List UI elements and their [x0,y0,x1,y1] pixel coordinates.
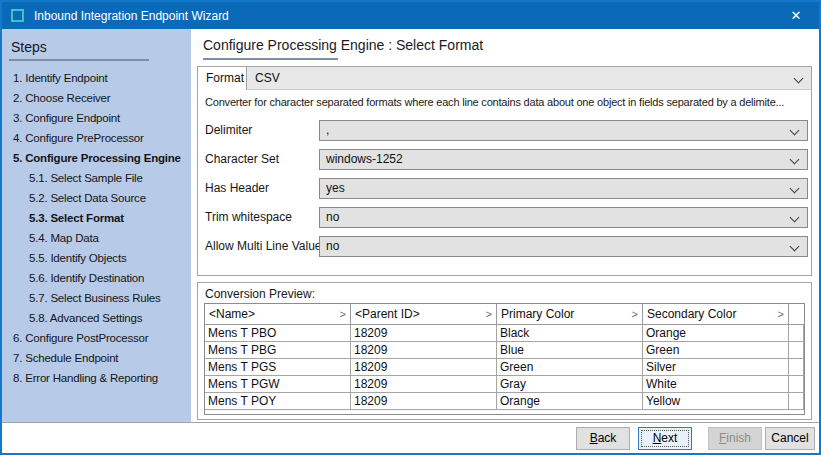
table-header-row: <Name> <Parent ID> Primary Color Seconda… [205,304,804,325]
step-item-advanced-settings: 5.8. Advanced Settings [2,308,191,328]
cell-parent-id: 18209 [351,342,497,358]
wizard-window: Inbound Integration Endpoint Wizard Step… [0,0,821,455]
chevron-right-icon [340,304,346,324]
has-header-label: Has Header [205,178,269,199]
chevron-down-icon [790,155,800,165]
cell-name: Mens T PBG [205,342,351,358]
step-item-schedule-endpoint: 7. Schedule Endpoint [2,348,191,368]
back-button[interactable]: Back [576,427,630,450]
cell-filler [789,325,804,341]
close-button[interactable] [773,2,819,29]
page-title-rule [203,58,338,60]
step-item-identify-objects: 5.5. Identify Objects [2,248,191,268]
format-groupbox: Format CSV Converter for character separ… [197,66,812,276]
chevron-down-icon [790,242,800,252]
step-item-choose-receiver: 2. Choose Receiver [2,88,191,108]
steps-list: 1. Identify Endpoint 2. Choose Receiver … [2,68,191,388]
page-title: Configure Processing Engine : Select For… [203,37,483,53]
format-description: Converter for character separated format… [205,96,806,108]
close-icon [791,9,802,22]
chevron-down-icon [790,213,800,223]
trim-whitespace-label: Trim whitespace [205,207,292,228]
title-bar: Inbound Integration Endpoint Wizard [2,2,819,29]
cell-filler [789,342,804,358]
column-header-secondary-color[interactable]: Secondary Color [643,304,789,324]
allow-multiline-select[interactable]: no [319,236,808,257]
cell-primary-color: Orange [497,393,643,409]
chevron-right-icon [486,304,492,324]
cell-primary-color: Blue [497,342,643,358]
table-row: Mens T PBO 18209 Black Orange [205,325,804,342]
cell-secondary-color: White [643,376,789,392]
column-header-name[interactable]: <Name> [205,304,351,324]
column-header-parent-id[interactable]: <Parent ID> [351,304,497,324]
cell-filler [789,393,804,409]
app-icon [11,9,24,22]
step-item-select-data-source: 5.2. Select Data Source [2,188,191,208]
cell-name: Mens T PGW [205,376,351,392]
cell-name: Mens T PGS [205,359,351,375]
next-button[interactable]: Next [638,427,692,450]
cell-primary-color: Black [497,325,643,341]
table-row: Mens T POY 18209 Orange Yellow [205,393,804,410]
trim-whitespace-select-value: no [326,210,339,224]
conversion-preview-groupbox: Conversion Preview: <Name> <Parent ID> P… [197,282,812,420]
table-row: Mens T PBG 18209 Blue Green [205,342,804,359]
format-select[interactable]: CSV [247,67,811,90]
trim-whitespace-select[interactable]: no [319,207,808,228]
character-set-select[interactable]: windows-1252 [319,149,808,170]
format-label: Format [198,67,247,90]
delimiter-label: Delimiter [205,120,252,141]
allow-multiline-label: Allow Multi Line Values [205,236,328,257]
cell-secondary-color: Green [643,342,789,358]
step-item-configure-postprocessor: 6. Configure PostProcessor [2,328,191,348]
finish-button: Finish [708,427,762,450]
window-title: Inbound Integration Endpoint Wizard [34,9,229,23]
chevron-down-icon [790,126,800,136]
step-item-error-handling-reporting: 8. Error Handling & Reporting [2,368,191,388]
steps-heading: Steps [2,29,191,55]
cell-primary-color: Green [497,359,643,375]
character-set-select-value: windows-1252 [326,152,403,166]
cell-secondary-color: Orange [643,325,789,341]
step-item-select-sample-file: 5.1. Select Sample File [2,168,191,188]
steps-heading-rule [9,59,149,61]
chevron-down-icon [790,184,800,194]
cell-secondary-color: Yellow [643,393,789,409]
cell-parent-id: 18209 [351,359,497,375]
cell-filler [789,359,804,375]
format-select-value: CSV [255,71,280,85]
format-row: Format CSV [198,67,811,90]
cell-parent-id: 18209 [351,376,497,392]
table-row: Mens T PGS 18209 Green Silver [205,359,804,376]
step-item-map-data: 5.4. Map Data [2,228,191,248]
chevron-right-icon [778,304,784,324]
cell-name: Mens T PBO [205,325,351,341]
step-item-select-format-current: 5.3. Select Format [2,208,191,228]
step-item-configure-processing-engine: 5. Configure Processing Engine [2,148,191,168]
delimiter-select[interactable]: , [319,120,808,141]
conversion-preview-table: <Name> <Parent ID> Primary Color Seconda… [204,303,805,415]
column-header-primary-color[interactable]: Primary Color [497,304,643,324]
has-header-select-value: yes [326,181,345,195]
conversion-preview-title: Conversion Preview: [205,287,315,301]
allow-multiline-select-value: no [326,239,339,253]
steps-sidebar: Steps 1. Identify Endpoint 2. Choose Rec… [2,29,191,422]
cell-primary-color: Gray [497,376,643,392]
step-item-identify-endpoint: 1. Identify Endpoint [2,68,191,88]
character-set-label: Character Set [205,149,279,170]
main-panel: Configure Processing Engine : Select For… [191,29,819,422]
cell-parent-id: 18209 [351,393,497,409]
has-header-select[interactable]: yes [319,178,808,199]
step-item-configure-preprocessor: 4. Configure PreProcessor [2,128,191,148]
cell-secondary-color: Silver [643,359,789,375]
cancel-button[interactable]: Cancel [765,427,815,450]
delimiter-select-value: , [326,123,329,137]
column-header-filler [789,304,804,324]
step-item-select-business-rules: 5.7. Select Business Rules [2,288,191,308]
chevron-down-icon [794,74,804,84]
step-item-configure-endpoint: 3. Configure Endpoint [2,108,191,128]
chevron-right-icon [632,304,638,324]
cell-parent-id: 18209 [351,325,497,341]
step-item-identify-destination: 5.6. Identify Destination [2,268,191,288]
